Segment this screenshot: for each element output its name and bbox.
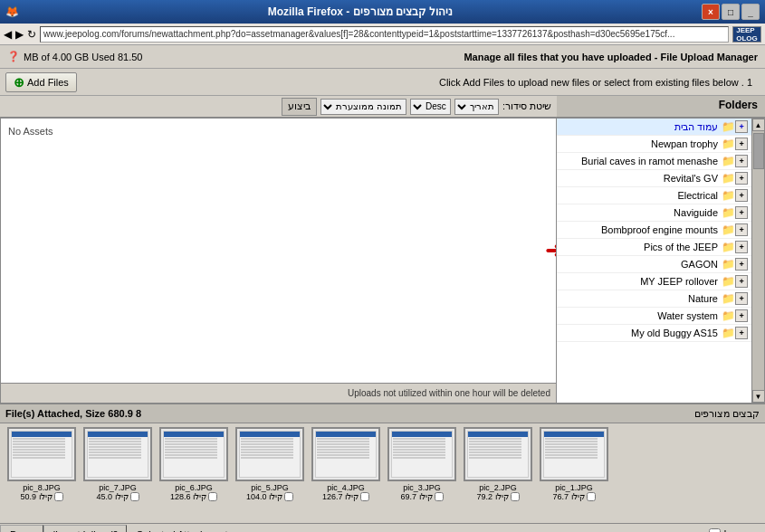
- done-button[interactable]: Done: [0, 525, 43, 533]
- folder-expand-button[interactable]: +: [735, 206, 748, 219]
- manager-title: Manage all files that you have uploaded …: [464, 52, 758, 62]
- thumbnail-size: קילו 128.6: [170, 492, 206, 501]
- folder-item-name: Pics of the JEEP: [560, 242, 722, 252]
- folder-item-name: Electrical: [560, 190, 722, 201]
- folder-expand-button[interactable]: +: [735, 120, 748, 133]
- folders-panel: +📁עמוד הבית+📁Newpan trophy+📁Burial caves…: [557, 118, 765, 404]
- thumbnail-checkbox-row: קילו 104.0: [246, 492, 293, 501]
- thumbnail-checkbox[interactable]: [284, 492, 293, 501]
- folder-item-name: Burial caves in ramot menashe: [560, 156, 722, 166]
- selected-attachments-label: :Selected Attachments: [127, 527, 709, 533]
- storage-info: ❓ MB of 4.00 GB Used 81.50: [7, 51, 142, 62]
- folder-item-name: Revital's GV: [560, 173, 722, 184]
- arrow-indicator: ➜: [545, 238, 556, 263]
- folder-icon: 📁: [722, 275, 735, 288]
- folder-icon: 📁: [722, 223, 735, 236]
- address-input[interactable]: [40, 26, 729, 43]
- folder-expand-button[interactable]: +: [735, 309, 748, 322]
- folder-item[interactable]: +📁Burial caves in ramot menashe: [557, 153, 751, 170]
- folder-item[interactable]: +📁Nature: [557, 290, 751, 308]
- window-controls[interactable]: _ □ ×: [702, 4, 760, 20]
- folder-icon: 📁: [722, 138, 735, 150]
- folder-item[interactable]: +📁MY JEEP rollover: [557, 273, 751, 290]
- thumbnail-image: [235, 427, 304, 481]
- folder-icon: 📁: [722, 241, 735, 253]
- folder-item[interactable]: +📁Bombproof engine mounts: [557, 222, 751, 239]
- folder-item[interactable]: +📁My old Buggy AS15: [557, 325, 751, 342]
- thumbnail-image: [464, 427, 532, 481]
- window-title: ניהול קבצים מצורפים - Mozilla Firefox: [268, 5, 454, 18]
- thumbnail-filename: pic_4.JPG: [327, 483, 365, 492]
- folder-expand-button[interactable]: +: [735, 241, 748, 253]
- site-logo: JEEPOLOG: [732, 26, 761, 43]
- folder-item[interactable]: +📁Pics of the JEEP: [557, 239, 751, 256]
- folder-expand-button[interactable]: +: [735, 138, 748, 150]
- thumbnail-item[interactable]: pic_5.JPGקילו 104.0: [234, 427, 306, 501]
- thumbnail-checkbox[interactable]: [54, 492, 63, 501]
- scroll-down-button[interactable]: ▼: [752, 390, 765, 403]
- thumbnails-wrapper: pic_8.JPGקילו 50.9pic_7.JPGקילו 45.0pic_…: [0, 423, 765, 523]
- folder-icon: 📁: [722, 292, 735, 305]
- folder-item[interactable]: +📁Electrical: [557, 187, 751, 204]
- thumbnail-item[interactable]: pic_6.JPGקילו 128.6: [158, 427, 230, 501]
- close-button[interactable]: ×: [702, 4, 720, 20]
- scroll-thumb[interactable]: [753, 133, 764, 169]
- thumbnail-image: [311, 427, 380, 481]
- plus-icon: ⊕: [14, 75, 24, 90]
- thumbnail-checkbox-row: קילו 69.7: [400, 492, 443, 501]
- folder-item[interactable]: +📁Revital's GV: [557, 170, 751, 187]
- thumbnail-size: קילו 79.2: [476, 492, 508, 501]
- folder-expand-button[interactable]: +: [735, 223, 748, 236]
- folder-expand-button[interactable]: +: [735, 189, 748, 202]
- folder-item[interactable]: +📁עמוד הבית: [557, 119, 751, 136]
- attached-bar: קבצים מצורפים 8 File(s) Attached, Size 6…: [0, 404, 765, 423]
- desc-select[interactable]: Desc: [410, 99, 451, 115]
- folder-item-name: עמוד הבית: [560, 121, 722, 133]
- folder-expand-button[interactable]: +: [735, 258, 748, 271]
- thumbnail-item[interactable]: pic_2.JPGקילו 79.2: [462, 427, 534, 501]
- folder-expand-button[interactable]: +: [735, 172, 748, 185]
- thumbnail-checkbox[interactable]: [435, 492, 444, 501]
- folder-icon: 📁: [722, 327, 735, 339]
- folder-item[interactable]: +📁GAGON: [557, 256, 751, 273]
- help-icon[interactable]: ❓: [7, 51, 20, 62]
- thumbnail-image: [540, 427, 608, 481]
- thumbnail-item[interactable]: pic_1.JPGקילו 76.7: [538, 427, 610, 501]
- bottom-notice: Uploads not utilized within one hour wil…: [1, 383, 556, 403]
- thumbnail-size: קילו 50.9: [20, 492, 52, 501]
- thumbnail-item[interactable]: pic_7.JPGקילו 45.0: [81, 427, 154, 501]
- thumbnail-checkbox[interactable]: [208, 492, 217, 501]
- column-headers: שיטת סידור: תאריך Desc תמונה ממוצערת ביצ…: [0, 96, 557, 118]
- back-icon[interactable]: ◀: [4, 28, 12, 41]
- folder-expand-button[interactable]: +: [735, 155, 748, 167]
- folder-expand-button[interactable]: +: [735, 327, 748, 339]
- refresh-icon[interactable]: ↻: [27, 28, 36, 41]
- insert-inline-button[interactable]: (Insert Inline (0: [43, 525, 126, 533]
- thumbnail-filename: pic_3.JPG: [403, 483, 441, 492]
- folder-expand-button[interactable]: +: [735, 292, 748, 305]
- thumbnail-checkbox[interactable]: [587, 492, 596, 501]
- thumbnail-item[interactable]: pic_8.JPGקילו 50.9: [5, 427, 78, 501]
- maximize-button[interactable]: □: [722, 4, 740, 20]
- select-all-label: בחר הכל: [724, 528, 761, 532]
- folder-expand-button[interactable]: +: [735, 275, 748, 288]
- thumbnail-image: [387, 427, 456, 481]
- thumbnail-item[interactable]: pic_3.JPGקילו 69.7: [386, 427, 458, 501]
- thumbnail-checkbox[interactable]: [511, 492, 520, 501]
- scroll-up-button[interactable]: ▲: [752, 119, 765, 131]
- thumbnail-item[interactable]: pic_4.JPGקילו 126.7: [310, 427, 382, 501]
- thumbnail-checkbox[interactable]: [360, 492, 369, 501]
- folder-item[interactable]: +📁Newpan trophy: [557, 136, 751, 153]
- thumbnail-select[interactable]: תמונה ממוצערת: [320, 99, 406, 115]
- forward-icon[interactable]: ▶: [15, 28, 24, 41]
- thumbnail-size: קילו 126.7: [322, 492, 359, 501]
- add-files-button[interactable]: ⊕ Add Files: [5, 72, 77, 92]
- minimize-button[interactable]: _: [741, 4, 760, 20]
- select-all-checkbox[interactable]: [709, 528, 721, 532]
- folders-scrollbar[interactable]: ▲ ▼: [751, 119, 764, 403]
- folder-icon: 📁: [722, 309, 735, 322]
- folder-item[interactable]: +📁Water system: [557, 308, 751, 325]
- folder-item[interactable]: +📁Naviguide: [557, 204, 751, 222]
- date-select[interactable]: תאריך: [454, 99, 499, 115]
- thumbnail-checkbox[interactable]: [130, 492, 139, 501]
